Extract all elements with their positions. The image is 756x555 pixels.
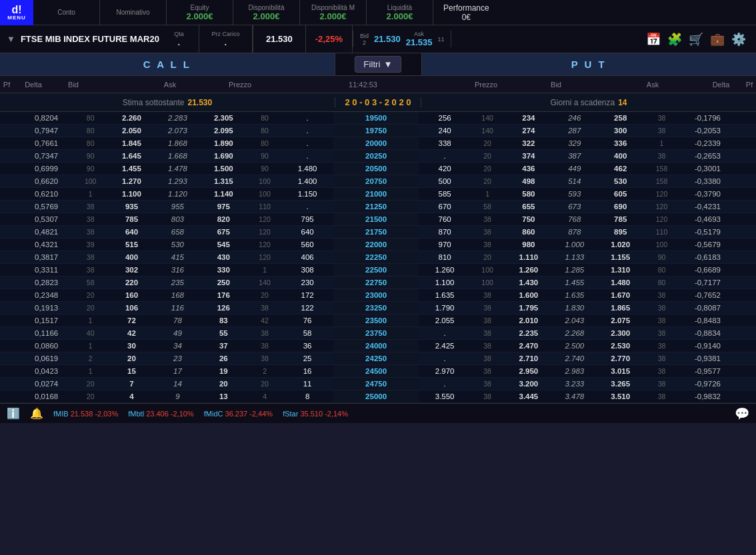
table-row[interactable]: 0,0168 20 4 9 13 4 8 25000 3.550 38 3.44… [0,390,756,403]
strike-cell[interactable]: 23500 [333,314,419,327]
table-row[interactable]: 0,2823 58 220 235 250 140 230 22750 1.10… [0,277,756,289]
prezzo-put: 1.635 [419,289,471,302]
table-row[interactable]: 0,6210 1 1.100 1.120 1.140 100 1.150 210… [0,188,756,201]
table-row[interactable]: 0,7661 80 1.845 1.868 1.890 80 . 20000 3… [0,137,756,150]
delta-put: -0,3001 [678,163,737,175]
strike-cell[interactable]: 24500 [333,365,419,378]
prezzo-call: 308 [281,264,333,277]
strike-cell[interactable]: 22250 [333,251,419,264]
strike-cell[interactable]: 21250 [333,201,419,213]
table-row[interactable]: 0,8204 80 2.260 2.283 2.305 80 . 19500 2… [0,112,756,125]
bid-qty-put: 38 [471,378,504,390]
strike-cell[interactable]: 20000 [333,137,419,150]
delta-call: 0,3311 [19,264,73,277]
options-table: 0,8204 80 2.260 2.283 2.305 80 . 19500 2… [0,112,756,403]
table-row[interactable]: 0,1166 40 42 49 55 38 58 23750 . 38 2.23… [0,327,756,340]
strike-cell[interactable]: 21500 [333,213,419,226]
chat-icon[interactable]: 💬 [735,406,749,421]
info-icon[interactable]: ℹ️ [7,407,20,420]
ask-qty-call: 2 [248,365,281,378]
ask-price: Ask 21.535 [406,31,433,47]
strike-cell[interactable]: 23750 [333,327,419,340]
bid-qty-call: 1 [74,340,107,352]
delta-call: 0,2823 [19,277,73,289]
table-row[interactable]: 0,5769 38 935 955 975 110 . 21250 670 58… [0,201,756,213]
strike-cell[interactable]: 22750 [333,277,419,289]
strike-cell[interactable]: 20500 [333,163,419,175]
strike-cell[interactable]: 19750 [333,125,419,137]
strike-cell[interactable]: 19500 [333,112,419,125]
table-row[interactable]: 0,4821 38 640 658 675 120 640 21750 870 … [0,226,756,239]
delta-put: -0,3380 [678,175,737,188]
strike-cell[interactable]: 22000 [333,239,419,251]
table-row[interactable]: 0,5307 38 785 803 820 120 795 21500 760 … [0,213,756,226]
table-row[interactable]: 0,0274 20 7 14 20 20 11 24750 . 38 3.200… [0,378,756,390]
table-row[interactable]: 0,1517 1 72 78 83 42 76 23500 2.055 38 2… [0,314,756,327]
briefcase-icon[interactable]: 💼 [710,32,725,47]
ask-call: 2.305 [199,112,248,125]
strike-cell[interactable]: 20750 [333,175,419,188]
pf-put [737,314,756,327]
bid-qty-put: 100 [471,264,504,277]
ask-put: 3.510 [596,390,645,403]
prz-carico-label: Prz Carico [211,31,239,37]
strike-cell[interactable]: 21750 [333,226,419,239]
filtri-button[interactable]: Filtri ▼ [355,56,401,73]
strike-cell[interactable]: 24250 [333,352,419,365]
strike-cell[interactable]: 23250 [333,302,419,314]
strike-cell[interactable]: 21000 [333,188,419,201]
strike-cell[interactable]: 20250 [333,150,419,163]
col-time: 11:42:53 [260,81,466,89]
bid-call: 106 [107,302,157,314]
table-row[interactable]: 0,1913 20 106 116 126 38 122 23250 1.790… [0,302,756,314]
ask-put: 1.865 [596,302,645,314]
table-row[interactable]: 0,3817 38 400 415 430 120 406 22250 810 … [0,251,756,264]
ask-call: 430 [199,251,248,264]
ask-qty-put: 120 [645,213,679,226]
delta-call: 0,4321 [19,239,73,251]
table-row[interactable]: 0,6620 100 1.270 1.293 1.315 100 1.400 2… [0,175,756,188]
bid-call: 1.645 [107,150,157,163]
puzzle-icon[interactable]: 🧩 [667,32,682,47]
ask-put: 3.015 [596,365,645,378]
bid-put: 2.710 [504,352,553,365]
bid-qty-call: 1 [74,188,107,201]
bottom-bar: ℹ️ 🔔 fMIB 21.538 -2,03% fMbtl 23.406 -2,… [0,403,756,423]
bell-icon[interactable]: 🔔 [30,407,43,420]
strike-cell[interactable]: 23000 [333,289,419,302]
table-row[interactable]: 0,0619 2 20 23 26 38 25 24250 . 38 2.710… [0,352,756,365]
ask-qty-call: 80 [248,137,281,150]
settings-icon[interactable]: ⚙️ [731,32,746,47]
table-row[interactable]: 0,4321 39 515 530 545 120 560 22000 970 … [0,239,756,251]
table-row[interactable]: 0,6999 90 1.455 1.478 1.500 90 1.480 205… [0,163,756,175]
logo[interactable]: d! MENU [0,0,33,25]
delta-call: 0,1517 [19,314,73,327]
strike-cell[interactable]: 22500 [333,264,419,277]
pf-put [737,239,756,251]
table-row[interactable]: 0,0860 1 30 34 37 38 36 24000 2.425 38 2… [0,340,756,352]
calendar-icon[interactable]: 📅 [646,32,661,47]
ask-italic-call: 1.293 [156,175,199,188]
ask-qty-call: 1 [248,264,281,277]
prezzo-put: 2.425 [419,340,471,352]
col-bid-call: Bid [53,81,93,89]
ask-qty-put: 100 [645,239,679,251]
table-row[interactable]: 0,7347 90 1.645 1.668 1.690 90 . 20250 .… [0,150,756,163]
delta-put: -0,9577 [678,365,737,378]
ask-italic-put: 593 [553,188,596,201]
table-row[interactable]: 0,3311 38 302 316 330 1 308 22500 1.260 … [0,264,756,277]
performance-value: 0€ [462,13,471,22]
table-row[interactable]: 0,7947 80 2.050 2.073 2.095 80 . 19750 2… [0,125,756,137]
delta-put: -0,3790 [678,188,737,201]
strike-cell[interactable]: 25000 [333,390,419,403]
table-row[interactable]: 0,2348 20 160 168 176 20 172 23000 1.635… [0,289,756,302]
ask-italic-put: 1.635 [553,289,596,302]
table-row[interactable]: 0,0423 1 15 17 19 2 16 24500 2.970 38 2.… [0,365,756,378]
pf-call [0,340,19,352]
delta-put: -0,7652 [678,289,737,302]
ask-italic-put: 514 [553,175,596,188]
instrument-name[interactable]: ▼ FTSE MIB INDEX FUTURE MAR20 [3,34,159,44]
strike-cell[interactable]: 24750 [333,378,419,390]
cart-icon[interactable]: 🛒 [689,32,703,47]
strike-cell[interactable]: 24000 [333,340,419,352]
